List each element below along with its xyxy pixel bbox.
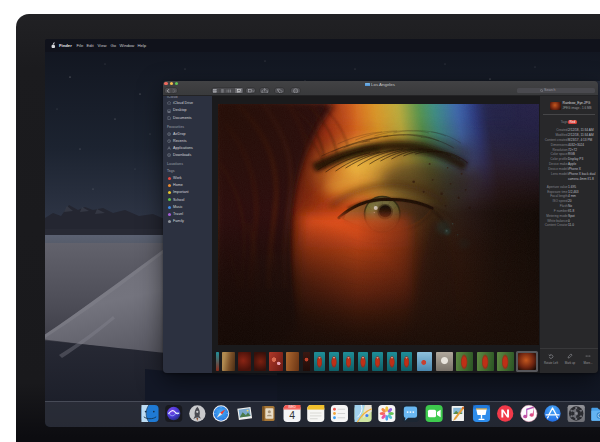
svg-text:4: 4 xyxy=(289,410,295,421)
svg-text:WED: WED xyxy=(288,405,296,409)
